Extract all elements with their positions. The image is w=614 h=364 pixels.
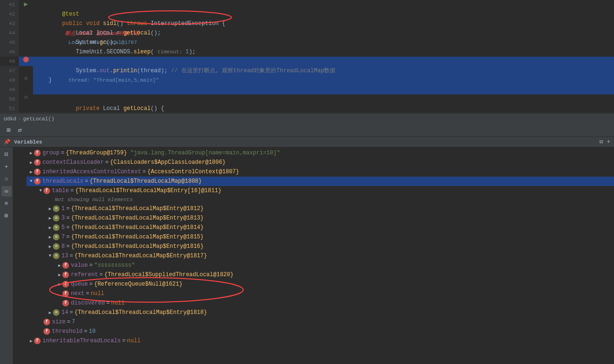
expand-arrow-iacc[interactable]	[28, 169, 34, 175]
breadcrumb-part-2[interactable]: getLocal()	[23, 116, 54, 122]
var-name-threadlocals: threadLocals	[43, 178, 83, 185]
expand-arrow-13[interactable]	[47, 253, 53, 259]
var-value-13: {ThreadLocal$ThreadLocalMap$Entry@1817}	[75, 253, 207, 259]
toolbar-swap-icon[interactable]: ⇄	[15, 126, 25, 135]
expand-arrow-5[interactable]	[47, 225, 53, 230]
var-row-itl[interactable]: f inheritableThreadLocals = null	[26, 336, 614, 346]
var-row-group[interactable]: f group = {ThreadGroup@1759} "java.lang.…	[26, 148, 614, 158]
var-name-14: 14	[61, 309, 68, 316]
var-value-iacc: {AccessControlContext@1807}	[147, 169, 239, 175]
code-line-49: 48 ⊟ }	[0, 76, 614, 85]
expand-arrow-1[interactable]	[47, 206, 53, 212]
var-equals-3: =	[66, 215, 69, 221]
panel-pin-icon[interactable]: 📌	[4, 139, 10, 145]
expand-arrow-table[interactable]	[38, 188, 43, 194]
debug-toolbar: ⊞ ⇄	[0, 124, 614, 137]
var-equals-threshold: =	[84, 328, 87, 335]
variables-panel: f group = {ThreadGroup@1759} "java.lang.…	[13, 147, 614, 364]
line-number-52: 51	[0, 104, 19, 113]
badge-group: f	[34, 150, 41, 156]
var-name-8: 8	[61, 243, 65, 250]
code-line-50: 49	[0, 85, 614, 94]
var-name-referent: referent	[71, 271, 98, 278]
var-row-size[interactable]: f size = 7	[26, 317, 614, 327]
badge-14: ≡	[53, 309, 60, 316]
filter-icon[interactable]: ⊟	[600, 138, 603, 145]
fold-icon-51[interactable]: ⊟	[25, 94, 27, 100]
var-equals-queue: =	[89, 281, 93, 288]
sidebar-infinity-icon[interactable]: ∞	[1, 186, 12, 196]
var-value-group-str: "java.lang.ThreadGroup[name=main,maxpri=…	[127, 150, 280, 156]
var-row-8[interactable]: ≡ 8 = {ThreadLocal$ThreadLocalMap$Entry@…	[26, 242, 614, 251]
fold-icon-49[interactable]: ⊟	[25, 76, 27, 81]
var-value-next: null	[91, 290, 104, 297]
badge-table: f	[43, 187, 50, 194]
var-value-queue: {ReferenceQueue$Null@1621}	[94, 281, 182, 288]
var-row-13[interactable]: ≡ 13 = {ThreadLocal$ThreadLocalMap$Entry…	[26, 251, 614, 261]
sidebar-stack-icon[interactable]: ⊞	[1, 211, 12, 221]
expand-arrow-itl[interactable]	[28, 338, 34, 344]
breadcrumb: Udkd › getLocal()	[0, 113, 614, 124]
line-number-51: 50	[0, 94, 19, 104]
var-name-group: group	[43, 150, 60, 156]
var-name-iacc: inheritedAccessControlContext	[43, 169, 141, 175]
code-line-47: 46 System.out.println(thread); // 在这里打断点…	[0, 57, 614, 66]
var-equals-size: =	[67, 319, 70, 325]
expand-arrow-referent[interactable]	[57, 272, 62, 278]
var-row-value[interactable]: f value = "ssssssssss"	[26, 261, 614, 270]
var-equals-value: =	[89, 262, 93, 269]
var-row-discovered[interactable]: f discovered = null	[26, 298, 614, 308]
sidebar-filter-icon[interactable]: ⊟	[1, 149, 12, 160]
badge-value: f	[62, 262, 69, 269]
var-row-1[interactable]: ≡ 1 = {ThreadLocal$ThreadLocalMap$Entry@…	[26, 204, 614, 213]
badge-iacc: f	[34, 169, 41, 175]
expand-arrow-7[interactable]	[47, 234, 53, 240]
sidebar-watch-icon[interactable]: ○	[1, 174, 12, 184]
add-icon[interactable]: +	[607, 139, 610, 145]
var-value-threshold: 10	[89, 328, 95, 335]
expand-arrow-8[interactable]	[47, 244, 53, 249]
expand-arrow-14[interactable]	[47, 310, 53, 315]
badge-referent: f	[62, 271, 69, 278]
var-row-5[interactable]: ≡ 5 = {ThreadLocal$ThreadLocalMap$Entry@…	[26, 223, 614, 232]
line-number-50: 49	[0, 85, 19, 94]
expand-arrow-value[interactable]	[57, 262, 62, 268]
var-name-next: next	[71, 290, 85, 297]
var-row-contextclassloader[interactable]: f contextClassLoader = {ClassLoaders$App…	[26, 158, 614, 167]
badge-3: ≡	[53, 215, 60, 221]
line-icon-41: ▶	[19, 0, 33, 8]
var-row-14[interactable]: ≡ 14 = {ThreadLocal$ThreadLocalMap$Entry…	[26, 308, 614, 317]
line-number-45: 45	[0, 38, 19, 47]
var-row-iacc[interactable]: f inheritedAccessControlContext = {Acces…	[26, 167, 614, 177]
sidebar-collect-icon[interactable]: ≡	[1, 198, 12, 209]
toolbar-grid-icon[interactable]: ⊞	[4, 126, 13, 135]
expand-arrow-queue[interactable]	[57, 281, 62, 287]
expand-arrow-ccl[interactable]	[28, 160, 34, 165]
var-row-queue[interactable]: f queue = {ReferenceQueue$Null@1621}	[26, 279, 614, 289]
expand-arrow-threadlocals[interactable]	[28, 178, 34, 184]
var-row-threadlocals[interactable]: f threadLocals = {ThreadLocal$ThreadLoca…	[26, 177, 614, 186]
badge-1: ≡	[53, 205, 60, 212]
breakpoint-icon-47	[23, 57, 29, 62]
sidebar-add-icon[interactable]: +	[1, 161, 12, 172]
breadcrumb-part-1[interactable]: Udkd	[4, 116, 16, 122]
var-row-7[interactable]: ≡ 7 = {ThreadLocal$ThreadLocalMap$Entry@…	[26, 232, 614, 242]
badge-queue: f	[62, 281, 69, 288]
line-number-49: 48	[0, 76, 19, 85]
var-name-table: table	[52, 187, 69, 194]
expand-arrow-group[interactable]	[28, 150, 34, 156]
var-row-referent[interactable]: f referent = {ThreadLocal$SuppliedThread…	[26, 270, 614, 279]
var-row-threshold[interactable]: f threshold = 10	[26, 327, 614, 336]
var-row-table[interactable]: f table = {ThreadLocal$ThreadLocalMap$En…	[26, 186, 614, 195]
var-row-next[interactable]: f next = null	[26, 289, 614, 298]
line-number-46: 46	[0, 47, 19, 57]
var-value-3: {ThreadLocal$ThreadLocalMap$Entry@1813}	[71, 215, 204, 221]
var-value-1: {ThreadLocal$ThreadLocalMap$Entry@1812}	[71, 205, 204, 212]
var-equals-5: =	[66, 224, 69, 231]
badge-itl: f	[34, 338, 41, 344]
expand-arrow-3[interactable]	[47, 215, 53, 221]
badge-next: f	[62, 290, 69, 297]
var-row-3[interactable]: ≡ 3 = {ThreadLocal$ThreadLocalMap$Entry@…	[26, 213, 614, 223]
badge-13: ≡	[53, 253, 60, 259]
line-number-44: 44	[0, 28, 19, 38]
